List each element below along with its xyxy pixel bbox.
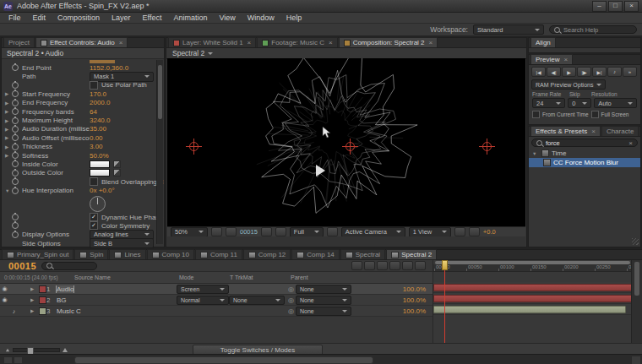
- close-icon[interactable]: ×: [591, 128, 596, 135]
- pickwhip-icon[interactable]: ◎: [288, 285, 294, 293]
- tab-effects-presets[interactable]: Effects & Presets ×: [530, 126, 601, 136]
- scrollbar-thumb[interactable]: [634, 262, 639, 296]
- menu-window[interactable]: Window: [242, 14, 280, 22]
- eyedropper-icon[interactable]: [113, 160, 121, 168]
- video-toggle[interactable]: ◉: [0, 285, 9, 292]
- zoom-out-icon[interactable]: [6, 348, 9, 351]
- tab-footage-music-c[interactable]: Footage: Music C×: [257, 37, 337, 47]
- property-value[interactable]: 0x +0.0°: [90, 187, 115, 194]
- checkbox[interactable]: ✓: [90, 213, 98, 221]
- stopwatch-icon[interactable]: [12, 152, 19, 159]
- timeline-search-input[interactable]: [41, 262, 97, 270]
- close-icon[interactable]: ×: [329, 39, 333, 46]
- color-swatch[interactable]: [90, 160, 110, 168]
- stopwatch-icon[interactable]: [12, 214, 19, 220]
- layer-duration-bar[interactable]: [433, 284, 632, 291]
- twirl-icon[interactable]: ▶: [5, 135, 12, 140]
- grid-guides-icon[interactable]: [211, 227, 222, 236]
- twirl-icon[interactable]: ▼: [532, 151, 539, 156]
- timeline-tab-spectral[interactable]: Spectral: [340, 249, 385, 259]
- twirl-icon[interactable]: ▶: [30, 286, 39, 291]
- layer-row-music-c[interactable]: ♪▶3Music C◎None100.0%: [0, 306, 433, 317]
- timeline-tab-spin[interactable]: Spin: [74, 249, 108, 259]
- stopwatch-icon[interactable]: [12, 108, 19, 115]
- audio-toggle[interactable]: ♪: [9, 308, 19, 314]
- first-frame-button[interactable]: |◀: [531, 67, 546, 77]
- stretch-value[interactable]: 100.0%: [359, 296, 433, 304]
- stopwatch-icon[interactable]: [12, 231, 19, 238]
- effect-point-marker-right[interactable]: [482, 142, 492, 151]
- effect-panel-scrollbar[interactable]: [156, 60, 163, 244]
- column-trkmat[interactable]: T TrkMat: [230, 274, 253, 280]
- comp-current-time[interactable]: 00015: [240, 228, 258, 236]
- trkmat-dropdown[interactable]: None: [229, 296, 285, 305]
- frame-rate-dropdown[interactable]: 24: [532, 98, 565, 108]
- stretch-value[interactable]: 100.0%: [359, 307, 433, 315]
- close-icon[interactable]: ×: [248, 39, 252, 46]
- menu-edit[interactable]: Edit: [27, 14, 52, 22]
- exposure-value[interactable]: +0.0: [483, 228, 496, 236]
- effects-search-input[interactable]: force ×: [531, 139, 638, 147]
- resolution-dropdown[interactable]: Full: [290, 227, 324, 237]
- pickwhip-icon[interactable]: ◎: [288, 296, 294, 304]
- help-search-input[interactable]: Search Help: [549, 25, 637, 34]
- stopwatch-icon[interactable]: [12, 126, 19, 133]
- cti-handle[interactable]: [442, 260, 448, 270]
- stopwatch-icon[interactable]: [12, 90, 19, 97]
- tab-character[interactable]: Characte: [601, 126, 639, 136]
- pixel-aspect-icon[interactable]: [454, 227, 465, 236]
- twirl-icon[interactable]: ▶: [5, 118, 12, 123]
- checkbox[interactable]: ✓: [90, 221, 98, 230]
- blend-mode-dropdown[interactable]: Screen: [177, 285, 229, 294]
- pickwhip-icon[interactable]: ◎: [288, 307, 294, 315]
- property-value[interactable]: 35.00: [90, 125, 106, 133]
- frame-blending-icon[interactable]: [389, 261, 400, 270]
- timeline-zoom-slider[interactable]: [13, 348, 60, 352]
- view-layout-dropdown[interactable]: 1 View: [409, 227, 451, 237]
- full-screen-checkbox[interactable]: [591, 111, 599, 118]
- layer-duration-bar[interactable]: [433, 306, 626, 313]
- column-mode[interactable]: Mode: [179, 274, 194, 280]
- twirl-icon[interactable]: ▶: [30, 308, 39, 313]
- comp-viewer-name[interactable]: Spectral 2: [172, 49, 204, 57]
- property-value[interactable]: 50.0%: [90, 152, 109, 160]
- property-dropdown[interactable]: Side B: [90, 238, 154, 248]
- previous-frame-button[interactable]: ◀|: [547, 67, 561, 77]
- menu-file[interactable]: File: [3, 14, 27, 22]
- scroll-right-icon[interactable]: [14, 356, 23, 364]
- stopwatch-icon[interactable]: [12, 187, 19, 194]
- close-icon[interactable]: ×: [119, 39, 123, 46]
- take-snapshot-icon[interactable]: [261, 227, 272, 236]
- timeline-horizontal-scrollbar[interactable]: [74, 356, 373, 364]
- stopwatch-icon[interactable]: [12, 64, 19, 71]
- play-button[interactable]: ▶: [562, 67, 576, 77]
- tab-effect-controls-audio[interactable]: Effect Controls: Audio×: [35, 37, 128, 47]
- current-time-indicator[interactable]: [442, 260, 449, 343]
- twirl-icon[interactable]: ▶: [30, 297, 39, 302]
- effects-category-time[interactable]: ▼Time: [529, 149, 640, 158]
- menu-animation[interactable]: Animation: [167, 14, 213, 22]
- timeline-tab-comp-14[interactable]: Comp 14: [291, 249, 339, 259]
- layer-name[interactable]: Audio: [55, 285, 177, 293]
- menu-help[interactable]: Help: [280, 14, 308, 22]
- checkbox[interactable]: [90, 177, 98, 186]
- tab-preview[interactable]: Preview ×: [530, 54, 573, 64]
- parent-dropdown[interactable]: None: [296, 296, 351, 305]
- twirl-icon[interactable]: ▶: [5, 144, 12, 149]
- zoom-in-icon[interactable]: [63, 348, 68, 352]
- stopwatch-icon[interactable]: [12, 144, 19, 150]
- stopwatch-icon[interactable]: [12, 178, 19, 185]
- timeline-tab-comp-11[interactable]: Comp 11: [195, 249, 242, 259]
- twirl-icon[interactable]: ▶: [5, 153, 12, 158]
- stopwatch-icon[interactable]: [12, 160, 19, 167]
- maximize-button[interactable]: □: [608, 1, 623, 12]
- time-ruler[interactable]: 00000000500010000150002000025000300: [433, 264, 632, 272]
- column-parent[interactable]: Parent: [291, 274, 308, 280]
- checkbox[interactable]: [90, 81, 98, 90]
- region-of-interest-icon[interactable]: [327, 227, 338, 236]
- motion-blur-icon[interactable]: [402, 261, 413, 270]
- layer-duration-bar[interactable]: [433, 295, 632, 302]
- timeline-tab-spectral-2[interactable]: Spectral 2: [386, 249, 437, 259]
- tab-layer-white-solid-1[interactable]: Layer: White Solid 1×: [168, 37, 256, 47]
- layer-row-audio[interactable]: ◉▶1AudioScreen◎None100.0%: [0, 284, 433, 295]
